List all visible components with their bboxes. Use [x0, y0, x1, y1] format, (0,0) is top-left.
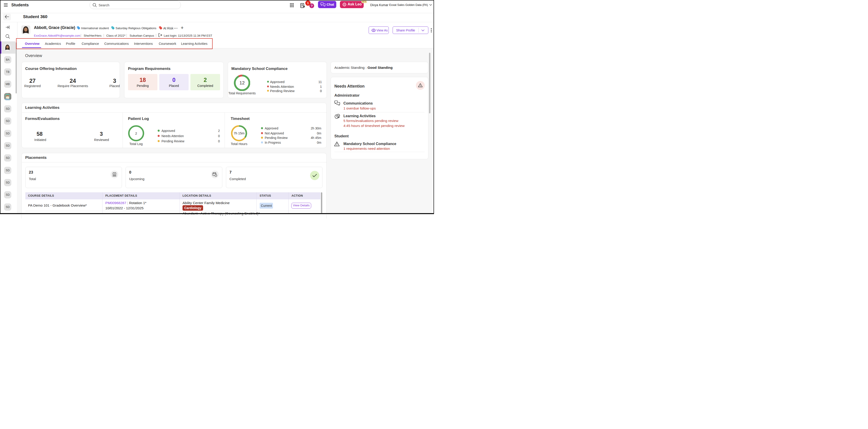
- svg-text:2: 2: [135, 131, 137, 135]
- svg-text:7h 15m: 7h 15m: [234, 131, 245, 135]
- svg-text:12: 12: [239, 80, 245, 85]
